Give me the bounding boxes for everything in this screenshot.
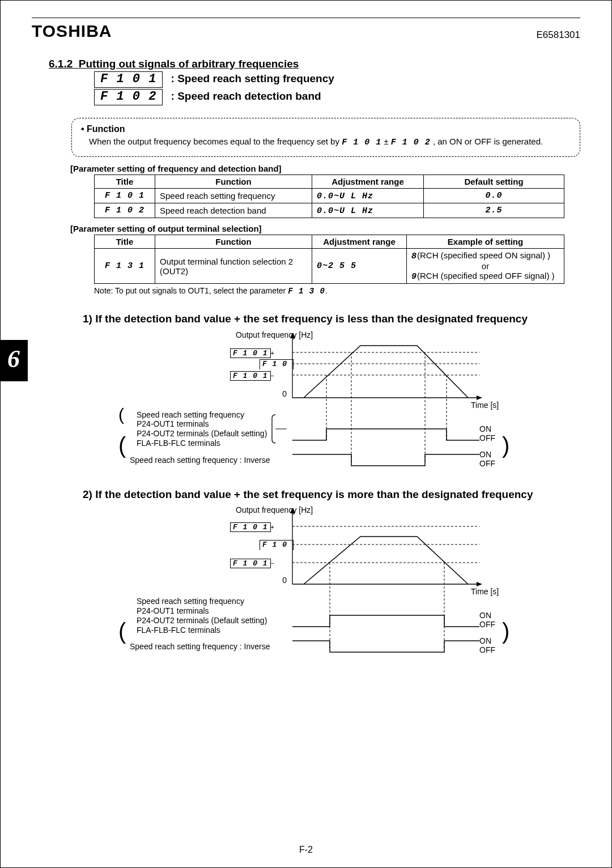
out1-note: Note: To put out signals to OUT1, select… [94,286,580,296]
svg-text:ON: ON [479,450,491,459]
table1-caption: [Parameter setting of frequency and dete… [70,164,580,173]
svg-text:): ) [502,619,509,644]
table-row: F 1 0 2 Speed reach detection band 0.0~U… [95,203,564,218]
svg-text:Output frequency [Hz]: Output frequency [Hz] [236,505,313,514]
doc-id: E6581301 [536,29,580,41]
table-output-terminal: Title Function Adjustment range Example … [94,235,564,284]
table-freq-band: Title Function Adjustment range Default … [94,175,564,218]
svg-marker-3 [477,395,482,400]
svg-marker-25 [477,582,482,586]
param-code-f102: F 1 0 2 [94,89,163,105]
case2-title: 2) If the detection band value + the set… [83,487,580,502]
svg-text:OFF: OFF [479,433,495,442]
table2-caption: [Parameter setting of output terminal se… [70,224,580,233]
svg-text:Time [s]: Time [s] [471,587,499,596]
svg-text:ON: ON [479,424,491,433]
param-label: : Speed reach detection band [171,90,321,103]
svg-text:(: ( [118,405,124,424]
svg-text:): ) [502,433,509,458]
timing-diagram-2: Output frequency [Hz] 0 Time [s] F 1 0 1… [117,505,580,658]
svg-text:(: ( [118,433,126,458]
case1-title: 1) If the detection band value + the set… [83,312,580,326]
chapter-tab: 6 [1,340,28,381]
table-row: F 1 3 1 Output terminal function selecti… [95,249,564,284]
svg-text:OFF: OFF [479,459,495,468]
function-box: • Function When the output frequency bec… [71,118,580,157]
section-title: 6.1.2 Putting out signals of arbitrary f… [49,58,580,70]
table-row: F 1 0 1 Speed reach setting frequency 0.… [95,189,564,203]
svg-text:0: 0 [282,576,287,585]
brand-logo: TOSHIBA [32,22,112,41]
svg-text:OFF: OFF [479,645,495,654]
svg-text:Output frequency [Hz]: Output frequency [Hz] [236,330,313,339]
svg-text:OFF: OFF [479,620,495,629]
param-code-f101: F 1 0 1 [94,71,163,88]
timing-diagram-1: Output frequency [Hz] 0 Time [s] F 1 0 1… [117,330,580,471]
svg-text:(: ( [118,619,126,644]
param-label: : Speed reach setting frequency [171,73,334,85]
svg-text:0: 0 [282,389,287,398]
svg-text:Time [s]: Time [s] [471,401,499,410]
svg-text:ON: ON [479,611,491,620]
svg-text:ON: ON [479,636,491,645]
page-number: F-2 [1,845,611,855]
